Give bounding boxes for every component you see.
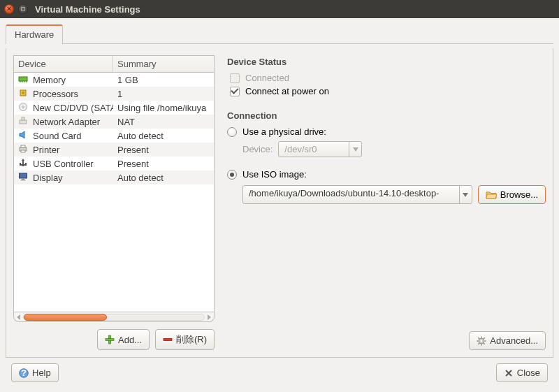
svg-rect-19	[106, 339, 114, 341]
minus-icon	[163, 335, 173, 344]
printer-icon	[18, 144, 28, 156]
svg-line-30	[479, 343, 479, 344]
table-row[interactable]: PrinterPresent	[14, 143, 214, 157]
use-iso-image-radio[interactable]	[227, 170, 237, 180]
device-name: USB Controller	[33, 159, 94, 169]
connect-at-poweron-label: Connect at power on	[245, 86, 329, 96]
device-name: Sound Card	[33, 131, 81, 141]
connection-title: Connection	[227, 110, 546, 121]
chevron-down-icon	[349, 142, 361, 157]
close-button-label: Close	[517, 368, 540, 378]
device-summary: Present	[113, 159, 214, 169]
tab-bar: Hardware	[6, 24, 553, 44]
advanced-button[interactable]: Advanced...	[469, 331, 546, 350]
svg-rect-10	[20, 120, 27, 124]
svg-rect-11	[22, 117, 24, 120]
chevron-down-icon[interactable]	[459, 186, 472, 203]
svg-rect-13	[21, 145, 25, 147]
table-header-device[interactable]: Device	[14, 56, 113, 72]
cpu-icon	[18, 88, 28, 100]
device-summary: NAT	[113, 117, 214, 127]
connect-at-poweron-checkbox[interactable]	[230, 87, 240, 96]
device-summary: Auto detect	[113, 131, 214, 141]
plus-icon	[105, 335, 115, 344]
device-summary: 1	[113, 89, 214, 99]
window-title: Virtual Machine Settings	[35, 4, 140, 15]
table-row[interactable]: Network AdapterNAT	[14, 115, 214, 129]
usb-icon	[18, 158, 28, 170]
hardware-panel: Device Summary Memory1 GBProcessors1New …	[6, 48, 553, 358]
table-row[interactable]: USB ControllerPresent	[14, 157, 214, 170]
titlebar: Virtual Machine Settings	[0, 0, 559, 18]
svg-rect-14	[21, 150, 25, 152]
physical-device-value: /dev/sr0	[279, 142, 349, 157]
remove-button[interactable]: 削除(R)	[155, 329, 215, 350]
use-physical-drive-radio[interactable]	[227, 127, 237, 137]
use-physical-drive-label: Use a physical drive:	[242, 126, 326, 137]
table-row[interactable]: Sound CardAuto detect	[14, 129, 214, 143]
advanced-button-label: Advanced...	[490, 335, 538, 346]
device-name: Network Adapter	[33, 117, 100, 127]
remove-button-label: 削除(R)	[176, 333, 207, 346]
gear-icon	[477, 336, 486, 346]
device-field-label: Device:	[242, 144, 273, 154]
scroll-right-icon[interactable]	[205, 313, 213, 321]
svg-rect-16	[22, 178, 24, 180]
net-icon	[18, 116, 28, 128]
add-button[interactable]: Add...	[97, 329, 150, 350]
svg-line-31	[484, 337, 485, 338]
help-button[interactable]: ? Help	[11, 363, 59, 382]
minimize-window-icon[interactable]	[18, 4, 28, 14]
table-row[interactable]: Memory1 GB	[14, 73, 214, 87]
use-iso-image-label: Use ISO image:	[242, 169, 307, 180]
add-button-label: Add...	[118, 335, 142, 345]
disc-icon	[18, 102, 28, 114]
scroll-left-icon[interactable]	[15, 313, 23, 321]
device-summary: Using file /home/ikuya	[113, 103, 214, 113]
help-icon: ?	[19, 368, 29, 378]
sound-icon	[18, 130, 28, 142]
physical-device-dropdown: /dev/sr0	[278, 141, 362, 157]
svg-rect-15	[20, 173, 27, 178]
close-icon	[504, 368, 514, 378]
display-icon	[18, 172, 28, 184]
svg-rect-21	[164, 339, 172, 341]
iso-path-dropdown[interactable]: /home/ikuya/Downloads/ubuntu-14.10-deskt…	[242, 185, 472, 204]
svg-line-29	[484, 343, 485, 344]
svg-rect-1	[19, 77, 27, 81]
table-body: Memory1 GBProcessors1New CD/DVD (SATA)Us…	[14, 73, 214, 184]
close-button[interactable]: Close	[496, 363, 548, 382]
connected-label: Connected	[245, 73, 289, 83]
svg-point-9	[22, 106, 24, 108]
browse-button[interactable]: Browse...	[478, 185, 546, 204]
device-name: Memory	[33, 75, 66, 85]
device-name: Display	[33, 173, 63, 183]
svg-rect-0	[22, 8, 25, 11]
svg-line-28	[479, 337, 479, 338]
close-window-icon[interactable]	[4, 4, 14, 14]
device-summary: 1 GB	[113, 75, 214, 85]
svg-point-23	[481, 340, 483, 342]
svg-text:?: ?	[21, 368, 27, 378]
table-header-summary[interactable]: Summary	[113, 56, 214, 72]
device-summary: Present	[113, 145, 214, 155]
browse-button-label: Browse...	[500, 189, 538, 200]
device-status-title: Device Status	[227, 57, 546, 67]
help-button-label: Help	[32, 368, 51, 378]
table-row[interactable]: Processors1	[14, 87, 214, 101]
svg-rect-17	[21, 180, 26, 180]
horizontal-scrollbar[interactable]	[13, 312, 215, 322]
device-name: Processors	[33, 89, 78, 99]
device-name: Printer	[33, 145, 59, 155]
table-row[interactable]: DisplayAuto detect	[14, 170, 214, 184]
iso-path-value: /home/ikuya/Downloads/ubuntu-14.10-deskt…	[243, 186, 459, 203]
device-summary: Auto detect	[113, 173, 214, 183]
svg-rect-7	[22, 92, 24, 94]
device-name: New CD/DVD (SATA)	[33, 103, 113, 113]
memory-icon	[18, 75, 28, 85]
tab-hardware[interactable]: Hardware	[6, 24, 63, 44]
folder-open-icon	[486, 190, 497, 200]
table-row[interactable]: New CD/DVD (SATA)Using file /home/ikuya	[14, 101, 214, 115]
connected-checkbox	[230, 73, 240, 83]
device-table: Device Summary Memory1 GBProcessors1New …	[13, 55, 215, 312]
